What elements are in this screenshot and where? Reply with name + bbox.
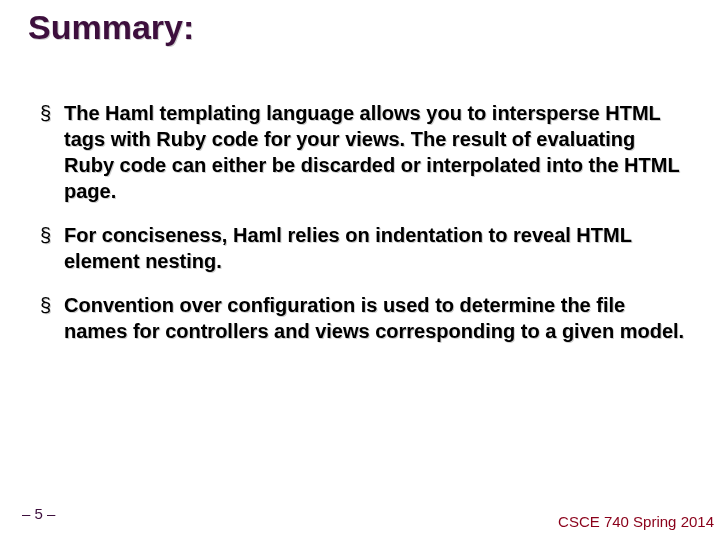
course-label: CSCE 740 Spring 2014 — [558, 513, 714, 530]
bullet-text: The Haml templating language allows you … — [64, 100, 690, 204]
page-number: – 5 – — [22, 505, 55, 522]
bullet-text: Convention over configuration is used to… — [64, 292, 690, 344]
bullet-text: For conciseness, Haml relies on indentat… — [64, 222, 690, 274]
slide-title: Summary: — [28, 8, 194, 47]
bullet-item: § For conciseness, Haml relies on indent… — [40, 222, 690, 274]
bullet-mark-icon: § — [40, 292, 64, 318]
bullet-mark-icon: § — [40, 100, 64, 126]
bullet-item: § The Haml templating language allows yo… — [40, 100, 690, 204]
bullet-mark-icon: § — [40, 222, 64, 248]
slide: Summary: § The Haml templating language … — [0, 0, 720, 540]
bullet-item: § Convention over configuration is used … — [40, 292, 690, 344]
slide-body: § The Haml templating language allows yo… — [40, 100, 690, 362]
